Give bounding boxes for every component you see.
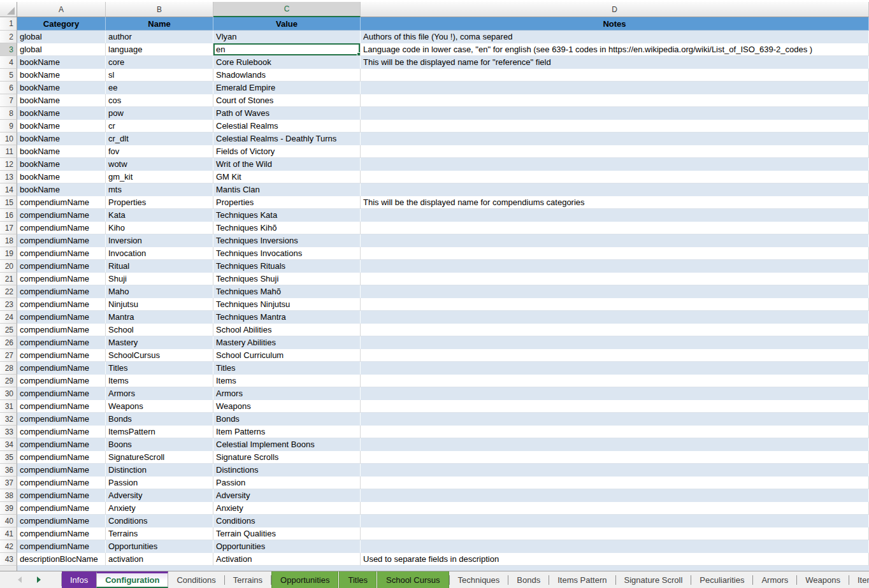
cell-B12[interactable]: wotw xyxy=(106,158,213,171)
row-header-40[interactable]: 40 xyxy=(0,515,17,527)
row-header-7[interactable]: 7 xyxy=(0,94,17,107)
row-header-19[interactable]: 19 xyxy=(0,247,17,260)
row-header-39[interactable]: 39 xyxy=(0,502,17,515)
cell-A32[interactable]: compendiumName xyxy=(17,413,106,426)
column-header-d[interactable]: D xyxy=(361,2,869,17)
cell-A43[interactable]: descriptionBlocName xyxy=(17,553,106,566)
cell-A24[interactable]: compendiumName xyxy=(17,311,106,324)
cell-D18[interactable] xyxy=(361,234,869,247)
cell-D36[interactable] xyxy=(361,464,869,477)
cell-B33[interactable]: ItemsPattern xyxy=(106,426,213,438)
sheet-tab-bonds[interactable]: Bonds xyxy=(508,571,549,588)
cell-B24[interactable]: Mantra xyxy=(106,311,213,324)
row-header-38[interactable]: 38 xyxy=(0,489,17,502)
cell-D38[interactable] xyxy=(361,489,869,502)
row-header-23[interactable]: 23 xyxy=(0,298,17,311)
cell-C23[interactable]: Techniques Ninjutsu xyxy=(213,298,361,311)
cell-C9[interactable]: Celestial Realms xyxy=(213,120,361,133)
cell-D7[interactable] xyxy=(361,94,869,107)
row-header-32[interactable]: 32 xyxy=(0,413,17,426)
cell-C13[interactable]: GM Kit xyxy=(213,171,361,183)
sheet-tab-techniques[interactable]: Techniques xyxy=(450,571,508,588)
cell-B27[interactable]: SchoolCursus xyxy=(106,349,213,362)
cell-A23[interactable]: compendiumName xyxy=(17,298,106,311)
cell-A39[interactable]: compendiumName xyxy=(17,502,106,515)
cell-D20[interactable] xyxy=(361,260,869,273)
cell-A27[interactable]: compendiumName xyxy=(17,349,106,362)
cell-B16[interactable]: Kata xyxy=(106,209,213,222)
cell-B25[interactable]: School xyxy=(106,324,213,336)
cell-C43[interactable]: Activation xyxy=(213,553,361,566)
cell-A10[interactable]: bookName xyxy=(17,133,106,145)
cell-A37[interactable]: compendiumName xyxy=(17,477,106,489)
sheet-tab-peculiarities[interactable]: Peculiarities xyxy=(691,571,752,588)
sheet-tab-school-cursus[interactable]: School Cursus xyxy=(377,571,449,588)
cell-A5[interactable]: bookName xyxy=(17,69,106,82)
cell-C28[interactable]: Titles xyxy=(213,362,361,375)
cell-C32[interactable]: Bonds xyxy=(213,413,361,426)
cell-B20[interactable]: Ritual xyxy=(106,260,213,273)
cell-D31[interactable] xyxy=(361,400,869,413)
cell-A28[interactable]: compendiumName xyxy=(17,362,106,375)
sheet-tab-conditions[interactable]: Conditions xyxy=(168,571,224,588)
row-header-12[interactable]: 12 xyxy=(0,158,17,171)
cell-A29[interactable]: compendiumName xyxy=(17,375,106,387)
cell-C20[interactable]: Techniques Rituals xyxy=(213,260,361,273)
cell-B5[interactable]: sl xyxy=(106,69,213,82)
cell-B42[interactable]: Opportunities xyxy=(106,540,213,553)
cell-B26[interactable]: Mastery xyxy=(106,336,213,349)
cell-A4[interactable]: bookName xyxy=(17,56,106,69)
cell-C21[interactable]: Techniques Shuji xyxy=(213,273,361,285)
cell-A8[interactable]: bookName xyxy=(17,107,106,120)
sheet-tab-items[interactable]: Items xyxy=(849,571,869,588)
cell-C19[interactable]: Techniques Invocations xyxy=(213,247,361,260)
cell-D1[interactable]: Notes xyxy=(361,17,869,31)
cell-D23[interactable] xyxy=(361,298,869,311)
cell-B15[interactable]: Properties xyxy=(106,196,213,209)
cell-B18[interactable]: Inversion xyxy=(106,234,213,247)
row-header-4[interactable]: 4 xyxy=(0,56,17,69)
cell-A22[interactable]: compendiumName xyxy=(17,285,106,298)
cell-D6[interactable] xyxy=(361,82,869,94)
sheet-tab-armors[interactable]: Armors xyxy=(753,571,796,588)
row-header-3[interactable]: 3 xyxy=(0,43,17,56)
cell-D3[interactable]: Language code in lower case, "en" for en… xyxy=(361,43,869,56)
row-header-34[interactable]: 34 xyxy=(0,438,17,451)
sheet-tab-titles[interactable]: Titles xyxy=(339,571,377,588)
cell-A1[interactable]: Category xyxy=(17,17,106,31)
cell-A35[interactable]: compendiumName xyxy=(17,451,106,464)
cell-C35[interactable]: Signature Scrolls xyxy=(213,451,361,464)
row-header-28[interactable]: 28 xyxy=(0,362,17,375)
cell-D26[interactable] xyxy=(361,336,869,349)
row-header-30[interactable]: 30 xyxy=(0,387,17,400)
cell-D15[interactable]: This will be the displayed name for comp… xyxy=(361,196,869,209)
cell-D11[interactable] xyxy=(361,145,869,158)
cell-A17[interactable]: compendiumName xyxy=(17,222,106,234)
cell-D2[interactable]: Authors of this file (You !), coma separ… xyxy=(361,31,869,43)
cell-C15[interactable]: Properties xyxy=(213,196,361,209)
cell-B37[interactable]: Passion xyxy=(106,477,213,489)
cell-A15[interactable]: compendiumName xyxy=(17,196,106,209)
cell-C2[interactable]: Vlyan xyxy=(213,31,361,43)
cell-A18[interactable]: compendiumName xyxy=(17,234,106,247)
cell-A31[interactable]: compendiumName xyxy=(17,400,106,413)
cell-B7[interactable]: cos xyxy=(106,94,213,107)
cell-A14[interactable]: bookName xyxy=(17,183,106,196)
cell-C3[interactable]: en xyxy=(213,43,361,56)
cell-A11[interactable]: bookName xyxy=(17,145,106,158)
cell-D28[interactable] xyxy=(361,362,869,375)
row-header-14[interactable]: 14 xyxy=(0,183,17,196)
cell-A16[interactable]: compendiumName xyxy=(17,209,106,222)
cell-D30[interactable] xyxy=(361,387,869,400)
cell-D22[interactable] xyxy=(361,285,869,298)
cell-D5[interactable] xyxy=(361,69,869,82)
cell-D41[interactable] xyxy=(361,527,869,540)
cell-B4[interactable]: core xyxy=(106,56,213,69)
row-header-21[interactable]: 21 xyxy=(0,273,17,285)
select-all-button[interactable] xyxy=(0,2,17,17)
row-header-24[interactable]: 24 xyxy=(0,311,17,324)
cell-D39[interactable] xyxy=(361,502,869,515)
cell-A9[interactable]: bookName xyxy=(17,120,106,133)
cell-B10[interactable]: cr_dlt xyxy=(106,133,213,145)
row-header-29[interactable]: 29 xyxy=(0,375,17,387)
